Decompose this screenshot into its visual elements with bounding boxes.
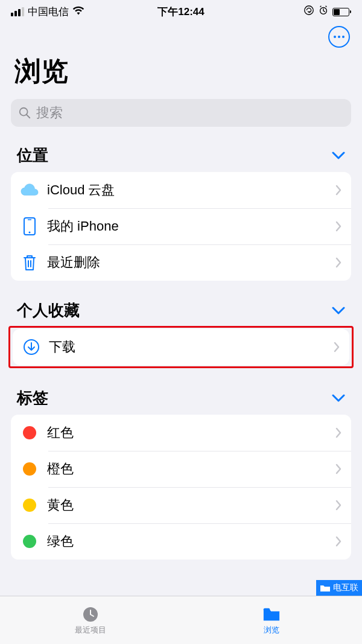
watermark: 电互联 (316, 580, 362, 596)
tag-dot-icon (21, 496, 39, 514)
clock-icon (81, 605, 100, 623)
status-left: 中国电信 (11, 5, 84, 19)
chevron-right-icon (335, 257, 341, 268)
chevron-down-icon (332, 151, 345, 160)
carrier-label: 中国电信 (28, 5, 69, 19)
section-title: 位置 (17, 145, 48, 166)
download-icon (22, 338, 40, 356)
locations-card: iCloud 云盘 我的 iPhone 最近删除 (11, 172, 351, 281)
section-header-locations[interactable]: 位置 (0, 138, 362, 172)
time-label: 下午12:44 (157, 5, 204, 19)
location-row-icloud[interactable]: iCloud 云盘 (11, 172, 351, 208)
svg-point-5 (29, 232, 31, 234)
battery-icon (332, 8, 351, 16)
tag-row-green[interactable]: 绿色 (11, 523, 351, 560)
chevron-right-icon (334, 342, 340, 352)
status-bar: 中国电信 下午12:44 (0, 0, 362, 21)
section-header-tags[interactable]: 标签 (0, 380, 362, 415)
chevron-right-icon (335, 185, 341, 196)
tags-card: 红色 橙色 黄色 绿色 (11, 415, 351, 560)
status-right (303, 5, 351, 19)
svg-line-3 (27, 115, 30, 118)
watermark-text: 电互联 (333, 582, 358, 593)
tab-recents[interactable]: 最近项目 (0, 596, 181, 644)
more-button[interactable] (328, 26, 350, 48)
folder-icon (262, 605, 281, 623)
chevron-right-icon (335, 464, 341, 474)
row-label: 我的 iPhone (47, 217, 335, 235)
chevron-right-icon (335, 221, 341, 232)
row-label: 红色 (47, 424, 335, 442)
tab-browse[interactable]: 浏览 (181, 596, 362, 644)
search-box[interactable] (11, 99, 351, 127)
search-input[interactable] (36, 105, 344, 121)
tag-dot-icon (21, 460, 39, 478)
tag-dot-icon (21, 532, 39, 550)
svg-rect-9 (264, 608, 270, 611)
tab-bar: 最近项目 浏览 (0, 596, 362, 644)
section-header-favorites[interactable]: 个人收藏 (0, 293, 362, 327)
trash-icon (21, 253, 39, 272)
tag-row-red[interactable]: 红色 (11, 415, 351, 451)
location-row-trash[interactable]: 最近删除 (11, 244, 351, 281)
favorites-row-downloads[interactable]: 下载 (13, 329, 349, 365)
svg-point-0 (305, 6, 313, 14)
favorites-highlight: 下载 (8, 326, 354, 368)
section-title: 标签 (17, 387, 48, 409)
section-title: 个人收藏 (17, 300, 80, 321)
rotation-lock-icon (303, 5, 314, 19)
wifi-icon (72, 5, 84, 18)
signal-icon (11, 7, 24, 16)
chevron-right-icon (335, 536, 341, 547)
alarm-icon (318, 5, 329, 19)
tab-label: 最近项目 (75, 625, 106, 636)
chevron-down-icon (332, 307, 345, 315)
tag-row-orange[interactable]: 橙色 (11, 451, 351, 487)
tag-row-yellow[interactable]: 黄色 (11, 487, 351, 523)
location-row-iphone[interactable]: 我的 iPhone (11, 208, 351, 244)
row-label: 下载 (49, 338, 334, 356)
iphone-icon (21, 217, 39, 235)
row-label: 橙色 (47, 460, 335, 478)
chevron-right-icon (335, 500, 341, 511)
search-icon (18, 106, 31, 120)
tab-label: 浏览 (264, 625, 279, 636)
chevron-right-icon (335, 427, 341, 438)
row-label: 黄色 (47, 496, 335, 514)
page-title: 浏览 (0, 48, 362, 95)
icloud-icon (21, 181, 39, 199)
row-label: iCloud 云盘 (47, 181, 335, 199)
row-label: 绿色 (47, 532, 335, 550)
tag-dot-icon (21, 424, 39, 442)
row-label: 最近删除 (47, 253, 335, 272)
chevron-down-icon (332, 394, 345, 403)
